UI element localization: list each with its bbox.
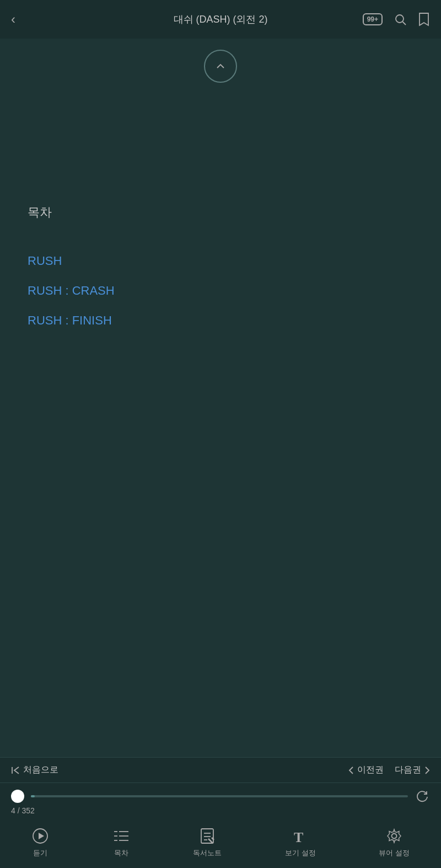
notebook-icon [200, 828, 215, 844]
svg-point-0 [396, 15, 404, 23]
toc-item-rush-finish[interactable]: RUSH : FINISH [28, 308, 419, 333]
tab-reader-settings-label: 뷰어 설정 [379, 848, 410, 858]
chevron-up-icon [214, 60, 227, 73]
nav-row: 처음으로 이전권 다음권 [0, 757, 441, 783]
toc-item-rush[interactable]: RUSH [28, 248, 419, 274]
tab-view-settings[interactable]: T 보기 설정 [285, 827, 316, 858]
svg-marker-4 [39, 833, 44, 839]
page-title: 대쉬 (DASH) (외전 2) [174, 13, 268, 26]
progress-thumb[interactable] [11, 790, 24, 803]
tab-bar: 듣기 목차 [0, 819, 441, 868]
progress-track[interactable] [31, 795, 408, 797]
next-volume-label: 다음권 [395, 764, 421, 776]
toc-icon [112, 827, 130, 845]
tab-reader-settings[interactable]: 뷰어 설정 [379, 827, 410, 858]
notes-icon [198, 827, 216, 845]
tab-notes-label: 독서노트 [193, 848, 222, 858]
toc-list: RUSH RUSH : CRASH RUSH : FINISH [22, 248, 419, 333]
top-bar: ‹ 대쉬 (DASH) (외전 2) 99+ [0, 0, 441, 39]
prev-volume-label: 이전권 [357, 764, 384, 776]
prev-volume-icon [348, 766, 354, 775]
view-settings-icon: T [292, 827, 309, 845]
first-icon [11, 766, 20, 775]
toc-item-rush-crash[interactable]: RUSH : CRASH [28, 278, 419, 303]
replay-button[interactable] [415, 789, 430, 804]
first-label: 처음으로 [23, 764, 58, 776]
play-circle-icon [32, 828, 49, 844]
page-counter: 4 / 352 [0, 806, 441, 819]
top-bar-left: ‹ [11, 12, 15, 27]
bookmark-icon [418, 12, 430, 26]
gear-icon [386, 828, 402, 844]
first-button[interactable]: 처음으로 [11, 764, 58, 776]
replay-icon [416, 790, 429, 803]
tab-notes[interactable]: 독서노트 [193, 827, 222, 858]
bottom-section: 처음으로 이전권 다음권 [0, 757, 441, 868]
svg-line-15 [208, 839, 213, 843]
up-arrow-container [22, 39, 419, 116]
listen-icon [31, 827, 49, 845]
next-volume-icon [424, 766, 430, 775]
tab-view-settings-label: 보기 설정 [285, 848, 316, 858]
tab-listen-label: 듣기 [33, 848, 47, 858]
prev-volume-button[interactable]: 이전권 [348, 764, 384, 776]
search-button[interactable] [394, 13, 407, 26]
tab-toc-label: 목차 [114, 848, 128, 858]
back-button[interactable]: ‹ [11, 12, 15, 27]
toc-section-label: 목차 [22, 204, 419, 221]
list-icon [113, 828, 130, 844]
text-size-icon: T [293, 828, 308, 844]
tab-toc[interactable]: 목차 [112, 827, 130, 858]
reader-settings-icon [385, 827, 403, 845]
svg-point-18 [391, 834, 396, 839]
up-arrow-button[interactable] [204, 50, 237, 83]
badge-count[interactable]: 99+ [363, 13, 383, 25]
svg-line-1 [403, 22, 406, 25]
nav-right-group: 이전권 다음권 [348, 764, 430, 776]
main-content: 목차 RUSH RUSH : CRASH RUSH : FINISH [0, 39, 441, 757]
svg-text:T: T [294, 829, 303, 844]
progress-bar-area [0, 783, 441, 806]
chat-button[interactable]: 99+ [363, 13, 383, 25]
progress-fill [31, 795, 35, 797]
next-volume-button[interactable]: 다음권 [395, 764, 430, 776]
tab-listen[interactable]: 듣기 [31, 827, 49, 858]
search-icon [394, 13, 407, 26]
bookmark-button[interactable] [418, 12, 430, 26]
top-bar-right: 99+ [363, 12, 430, 26]
